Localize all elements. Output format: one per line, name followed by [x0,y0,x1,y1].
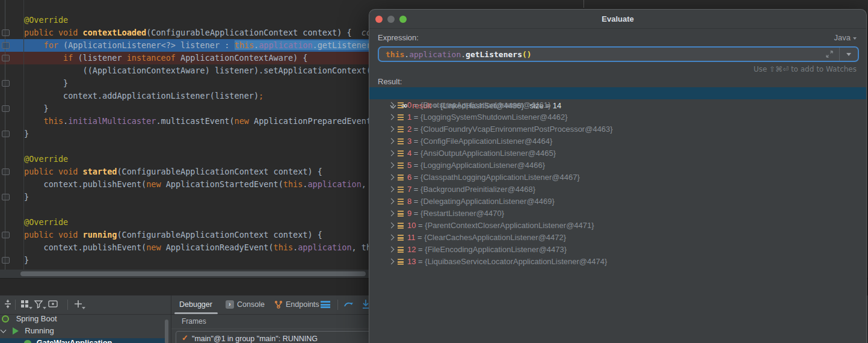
fold-marker[interactable] [2,257,10,264]
item-value: {LoggingApplicationListener@4466} [420,161,545,170]
editor-split-divider [583,0,584,8]
tab-endpoints[interactable]: Endpoints [286,300,319,309]
expand-icon[interactable] [389,162,395,168]
expand-icon[interactable] [389,150,395,156]
item-value: {ParentContextCloserApplicationListener@… [425,221,594,230]
fold-marker[interactable] [2,168,10,175]
expand-icon[interactable] [389,138,395,144]
field-icon [398,138,404,144]
field-icon [398,150,404,156]
expression-history-dropdown[interactable] [840,48,858,61]
endpoints-icon [274,300,283,309]
expand-icon[interactable] [1,327,7,333]
fold-marker[interactable] [2,131,10,137]
expand-editor-icon[interactable] [825,50,834,58]
grid-options-icon[interactable] [20,299,29,309]
dialog-titlebar[interactable]: Evaluate [369,10,866,29]
result-item[interactable]: 5 = {LoggingApplicationListener@4466} [369,159,866,172]
run-tree-label: Spring Boot [16,314,57,323]
run-tree-root[interactable]: Spring Boot [0,314,166,326]
result-item[interactable]: 10 = {ParentContextCloserApplicationList… [369,220,866,232]
item-value: {LoggingSystemShutdownListener@4462} [420,113,567,122]
filter-caret [43,307,46,309]
add-frame-icon[interactable] [48,299,58,309]
step-over-icon[interactable] [343,300,354,309]
fold-marker[interactable] [2,55,10,61]
field-icon [398,223,404,229]
panel-divider [171,295,171,343]
vertical-scrollbar-thumb[interactable] [165,320,168,343]
field-icon [398,175,404,181]
field-icon [398,199,404,205]
result-item[interactable]: 7 = {BackgroundPreinitializer@4468} [369,184,866,196]
result-item[interactable]: 6 = {ClasspathLoggingApplicationListener… [369,172,866,184]
collapse-all-icon[interactable] [3,299,13,309]
gutter-separator [23,0,24,270]
expand-icon[interactable] [389,199,395,205]
result-item[interactable]: 9 = {RestartListener@4470} [369,208,866,220]
field-icon [398,247,404,253]
field-icon [398,211,404,217]
fold-marker[interactable] [2,29,10,36]
result-item[interactable]: 12 = {FileEncodingApplicationListener@44… [369,244,866,256]
expand-icon[interactable] [389,126,395,132]
dialog-title: Evaluate [369,14,866,23]
expand-icon[interactable] [389,114,395,120]
run-tree-label: GateWayApplication [37,338,112,343]
item-value: {RestartListener@4470} [420,209,504,218]
fold-marker[interactable] [2,80,10,87]
result-children: 0 = {BootstrapApplicationListener@4461}1… [369,99,866,268]
result-item[interactable]: 4 = {AnsiOutputApplicationListener@4465} [369,147,866,159]
expand-icon[interactable] [389,235,395,241]
filter-icon[interactable] [34,299,43,309]
debug-bug-icon [24,340,31,343]
horizontal-scrollbar[interactable] [0,270,369,278]
spring-boot-icon [2,315,9,323]
checkmark-icon: ✓ [182,333,188,342]
run-tree-application[interactable]: GateWayApplication [0,338,166,343]
layout-options-icon[interactable] [321,301,330,308]
horizontal-scrollbar-thumb[interactable] [20,271,366,276]
frames-separator [171,329,369,329]
field-icon [398,259,404,265]
expand-icon[interactable] [389,102,395,108]
result-item[interactable]: 11 = {ClearCachesApplicationListener@447… [369,232,866,244]
expand-icon[interactable] [389,223,395,229]
tab-console[interactable]: Console [237,300,265,309]
result-item[interactable]: 2 = {CloudFoundryVcapEnvironmentPostProc… [369,123,866,135]
item-value: {FileEncodingApplicationListener@4473} [425,245,567,254]
run-tree-running[interactable]: Running [0,326,166,338]
field-icon [398,114,404,120]
expand-icon[interactable] [389,259,395,265]
expression-input[interactable]: this.application.getListeners() [378,46,859,62]
result-root-row[interactable]: ∞result = {LinkedHashSet@4486}size = 14 [369,87,866,99]
result-item[interactable]: 8 = {DelegatingApplicationListener@4469} [369,196,866,208]
toolbar-separator [337,300,338,310]
chevron-down-icon [853,37,857,40]
chevron-down-icon [846,53,851,56]
tab-debugger[interactable]: Debugger [179,300,212,309]
fold-marker[interactable] [2,194,10,200]
result-item[interactable]: 3 = {ConfigFileApplicationListener@4464} [369,135,866,147]
fold-marker[interactable] [2,105,10,112]
expand-icon[interactable] [389,211,395,217]
language-selector[interactable]: Java [834,33,857,42]
result-item[interactable]: 0 = {BootstrapApplicationListener@4461} [369,99,866,111]
result-item[interactable]: 13 = {LiquibaseServiceLocatorApplication… [369,256,866,268]
field-icon [398,162,404,168]
item-value: {ConfigFileApplicationListener@4464} [420,137,552,146]
toolbar-separator [15,300,16,310]
watches-hint: Use ⇧⌘⏎ to add to Watches [754,65,857,73]
thread-selector[interactable]: ✓ "main"@1 in group "main": RUNNING [176,331,375,343]
fold-marker[interactable] [2,232,10,238]
expression-text: this.application.getListeners() [386,49,532,61]
fold-marker[interactable] [2,42,10,49]
expand-icon[interactable] [389,175,395,181]
item-value: {ClearCachesApplicationListener@4472} [424,233,566,242]
expand-icon[interactable] [389,187,395,193]
expression-label: Expression: [378,33,419,42]
result-item[interactable]: 1 = {LoggingSystemShutdownListener@4462} [369,111,866,123]
expand-icon[interactable] [389,247,395,253]
result-label: Result: [378,77,402,86]
item-index: 13 [407,257,416,266]
